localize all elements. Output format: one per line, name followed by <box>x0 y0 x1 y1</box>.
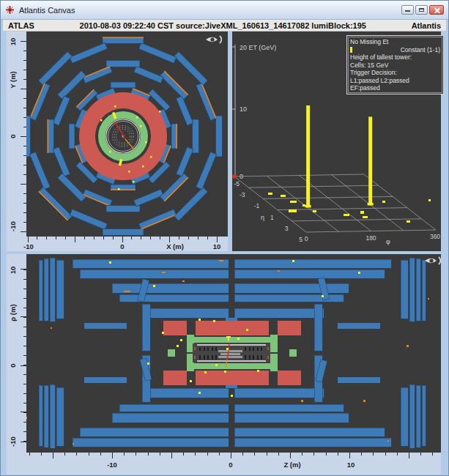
chamber-orange-stripe <box>103 37 144 39</box>
x-axis-title: X (m) <box>166 242 184 250</box>
rz-view-panel[interactable]: 100-10ρ (m)-10010Z (m) <box>7 254 441 475</box>
x-tick-label: -10 <box>23 242 34 250</box>
sct-module <box>199 347 201 352</box>
fisheye-pupil <box>429 259 433 262</box>
muon-endcap-chamber <box>50 258 55 321</box>
calo-cell <box>289 209 297 212</box>
calo-cell <box>360 211 364 214</box>
et-tick-label: 10 <box>240 105 247 113</box>
phi-tick-label: 180 <box>365 234 376 242</box>
trt-boundary <box>197 360 266 362</box>
muon-endcap-chamber <box>401 387 408 446</box>
muon-barrel-chamber <box>234 388 324 398</box>
calo-hit <box>190 380 192 382</box>
calo-cell <box>313 210 316 212</box>
muon-chamber <box>48 119 54 153</box>
muon-chamber-body <box>111 82 136 88</box>
eta-axis-title: η <box>261 214 264 221</box>
calo-hit <box>109 261 111 264</box>
maximize-icon <box>419 8 424 12</box>
muon-hit <box>301 400 303 402</box>
forward-calorimeter <box>168 349 175 357</box>
calo-cell <box>290 201 297 203</box>
calo-hit <box>292 260 294 262</box>
minimize-button[interactable] <box>401 5 414 15</box>
muon-chamber-body <box>69 124 75 149</box>
sct-module <box>249 355 251 360</box>
event-info-header: ATLAS 2010-08-03 09:22:40 CST source:Jiv… <box>3 20 446 31</box>
calo-hit <box>145 141 147 144</box>
muon-thin-chamber <box>338 377 380 383</box>
origin-marker <box>233 175 237 179</box>
sct-module <box>207 347 209 352</box>
sct-module <box>253 355 254 360</box>
sct-module <box>245 355 246 360</box>
em-calorimeter-barrel <box>190 337 272 343</box>
z-axis-title: Z (m) <box>283 461 300 469</box>
muon-wheel-chamber <box>142 304 150 351</box>
muon-chamber-body <box>103 229 144 236</box>
muon-endcap-chamber <box>422 260 426 321</box>
calo-hit <box>237 338 240 340</box>
eta-tick-label: -3 <box>240 191 245 198</box>
muon-chamber <box>69 124 75 149</box>
pixel-layer <box>220 353 240 355</box>
muon-hit <box>219 260 223 261</box>
muon-chamber <box>103 229 144 236</box>
muon-barrel-chamber <box>234 259 391 268</box>
muon-barrel-chamber <box>80 428 229 436</box>
y-axis-title: Y (m) <box>9 71 17 89</box>
calo-hit <box>109 151 111 153</box>
close-button[interactable] <box>429 5 444 15</box>
muon-chamber-body <box>106 61 140 67</box>
maximize-button[interactable] <box>415 5 428 15</box>
muon-endcap-chamber <box>50 384 55 448</box>
tile-calorimeter <box>278 371 301 385</box>
sct-module <box>212 355 213 360</box>
calo-hit <box>215 364 218 366</box>
tile-calorimeter <box>278 321 301 335</box>
legend-trigger-levels: L1:passed L2:passed EF:passed <box>350 77 440 92</box>
muon-endcap-chamber <box>44 259 48 321</box>
sct-module <box>257 347 259 352</box>
et-tower <box>368 116 372 204</box>
calo-cell <box>303 204 305 207</box>
pixel-endcap-disk <box>194 347 196 350</box>
pixel-endcap-disk <box>267 347 269 350</box>
muon-chamber <box>216 116 223 157</box>
z-tick-label: 10 <box>347 461 355 469</box>
muon-barrel-chamber <box>119 404 229 412</box>
rz-rho-axis-strip <box>7 254 26 453</box>
calo-hit <box>147 362 149 365</box>
calo-hit <box>100 119 103 122</box>
eta-tick-label: 5 <box>299 236 303 243</box>
xy-view-panel[interactable]: 100-10Y (m)-10010X (m) <box>7 31 228 251</box>
trt-boundary <box>197 344 266 346</box>
muon-chamber <box>111 185 136 190</box>
header-atlas-label: ATLAS <box>8 21 34 30</box>
muon-barrel-chamber <box>112 413 229 423</box>
muon-thin-chamber <box>84 377 127 383</box>
sct-module <box>261 347 262 352</box>
window-title: Atlantis Canvas <box>19 6 75 15</box>
sct-module <box>215 355 217 360</box>
muon-barrel-chamber <box>234 269 385 278</box>
muon-chamber-body <box>106 206 140 212</box>
muon-endcap-chamber <box>39 260 42 321</box>
z-tick-label: -10 <box>107 461 117 469</box>
calo-cell <box>268 193 272 195</box>
muon-endcap-chamber <box>401 260 408 319</box>
muon-thin-chamber <box>84 323 127 329</box>
forward-calorimeter <box>289 349 297 357</box>
rho-axis-title: ρ (m) <box>9 304 17 321</box>
tile-calorimeter <box>196 321 269 335</box>
muon-hit <box>428 298 429 300</box>
legend-no-missing-et: No Missing Et <box>350 38 440 46</box>
calo-cell <box>382 201 385 203</box>
window-controls <box>401 5 444 15</box>
chamber-orange-stripe <box>111 189 136 190</box>
window-titlebar[interactable]: Atlantis Canvas <box>1 1 448 20</box>
rho-tick-label: 10 <box>9 267 17 275</box>
muon-barrel-chamber <box>80 269 229 278</box>
muon-endcap-chamber <box>409 258 415 321</box>
